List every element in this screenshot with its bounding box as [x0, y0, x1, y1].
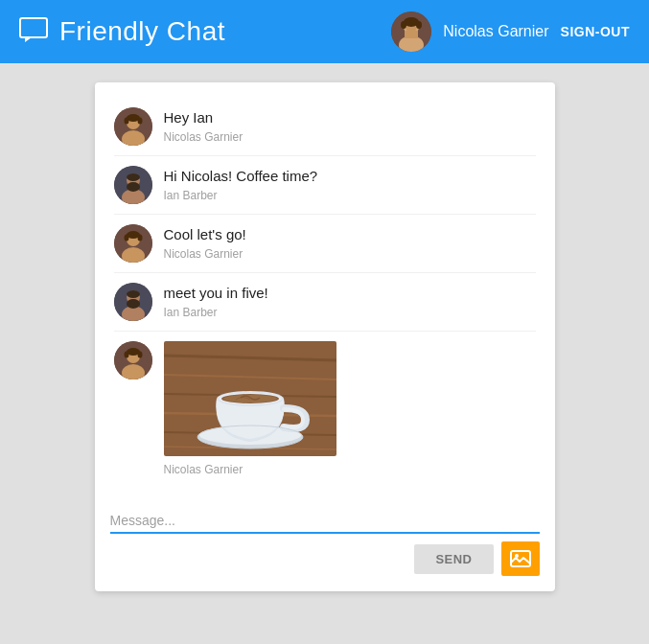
avatar: [114, 283, 152, 321]
svg-point-8: [401, 21, 406, 29]
message-text: Hi Nicolas! Coffee time?: [164, 166, 318, 186]
message-author: Nicolas Garnier: [164, 130, 243, 144]
svg-point-30: [127, 299, 140, 309]
header-title-area: Friendly Chat: [19, 16, 391, 47]
input-area: SEND: [95, 501, 555, 591]
signout-button[interactable]: SIGN-OUT: [561, 24, 630, 39]
svg-rect-0: [20, 18, 47, 37]
message-text: meet you in five!: [164, 283, 268, 303]
table-row: Nicolas Garnier: [114, 332, 536, 486]
svg-rect-6: [405, 31, 418, 38]
message-text: Hey Ian: [164, 107, 243, 127]
header-user-area: Nicolas Garnier SIGN-OUT: [391, 12, 630, 52]
app-title: Friendly Chat: [59, 16, 225, 47]
svg-point-31: [127, 290, 140, 298]
avatar: [114, 224, 152, 263]
table-row: Hi Nicolas! Coffee time? Ian Barber: [114, 156, 536, 215]
chat-card: Hey Ian Nicolas Garnier: [95, 82, 555, 591]
svg-point-14: [124, 118, 128, 125]
message-content: meet you in five! Ian Barber: [164, 283, 268, 319]
svg-point-50: [223, 395, 277, 402]
svg-point-15: [137, 118, 142, 125]
svg-point-25: [124, 235, 128, 242]
svg-point-37: [137, 352, 142, 358]
input-actions: SEND: [110, 541, 540, 576]
svg-point-19: [127, 182, 140, 192]
table-row: Hey Ian Nicolas Garnier: [114, 98, 536, 156]
message-author: Ian Barber: [164, 189, 318, 202]
table-row: Cool let's go! Nicolas Garnier: [114, 215, 536, 273]
message-content: Hi Nicolas! Coffee time? Ian Barber: [164, 166, 318, 202]
image-icon: [510, 550, 531, 567]
svg-point-26: [137, 235, 142, 242]
message-author: Nicolas Garnier: [164, 247, 246, 261]
messages-area: Hey Ian Nicolas Garnier: [95, 82, 555, 501]
message-content: Cool let's go! Nicolas Garnier: [164, 224, 246, 261]
main-content: Hey Ian Nicolas Garnier: [0, 63, 649, 610]
image-upload-button[interactable]: [501, 541, 540, 576]
message-input[interactable]: [110, 509, 540, 534]
svg-point-20: [127, 173, 140, 181]
header-avatar: [391, 12, 431, 52]
message-author: Nicolas Garnier: [164, 463, 336, 476]
message-author: Ian Barber: [164, 306, 268, 319]
svg-point-36: [124, 352, 128, 358]
header-username: Nicolas Garnier: [443, 23, 548, 40]
message-content: Hey Ian Nicolas Garnier: [164, 107, 243, 144]
message-text: Cool let's go!: [164, 224, 246, 244]
table-row: meet you in five! Ian Barber: [114, 273, 536, 332]
avatar: [114, 341, 152, 380]
avatar: [114, 107, 152, 146]
send-button[interactable]: SEND: [414, 544, 493, 574]
message-content: Nicolas Garnier: [164, 341, 336, 476]
chat-icon: [19, 17, 48, 46]
svg-point-9: [416, 21, 422, 29]
app-header: Friendly Chat Nicolas Garnier SIGN-OUT: [0, 0, 649, 63]
message-image: [164, 341, 336, 456]
avatar: [114, 166, 152, 204]
